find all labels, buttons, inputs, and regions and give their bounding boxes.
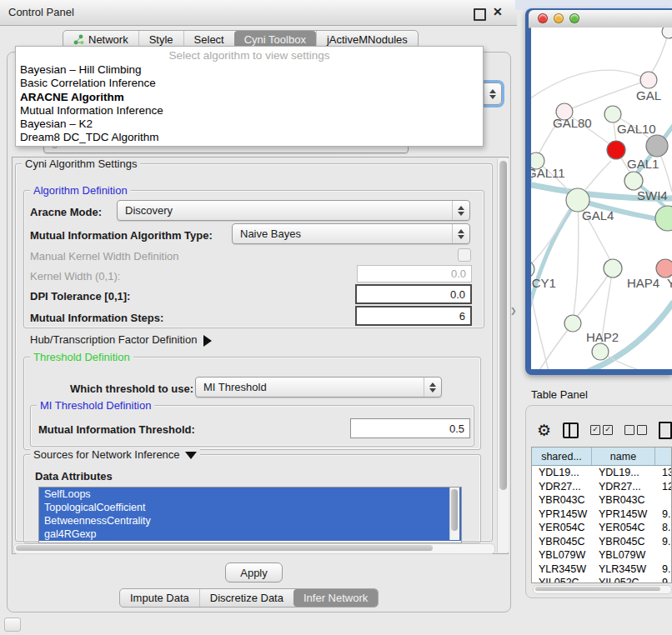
document-icon[interactable] (659, 422, 672, 439)
attribute-item[interactable]: SelfLoops (39, 488, 461, 501)
network-edge[interactable] (531, 200, 578, 332)
float-window-button[interactable] (474, 8, 486, 21)
columns-icon[interactable] (563, 422, 579, 438)
network-node-hap2[interactable] (564, 315, 581, 332)
tab-discretize-data[interactable]: Discretize Data (199, 589, 293, 607)
algorithm-option[interactable]: ARACNE Algorithm (16, 91, 483, 104)
table-cell: YBL079W (532, 548, 592, 562)
table-cell: YDL19... (532, 466, 592, 480)
dock-grid-icon[interactable] (4, 618, 21, 632)
table-cell: 9. (655, 508, 672, 522)
table-cell: YPR145W (592, 508, 655, 522)
node-label: GAL10 (617, 122, 656, 136)
splitpane-handle[interactable]: ❯ (510, 307, 517, 315)
table-row[interactable]: YPR145WYPR145W9. (532, 508, 671, 522)
network-node[interactable] (592, 343, 609, 360)
table-panel-title: Table Panel (531, 388, 588, 401)
dpi-tolerance-field[interactable]: 0.0 (355, 284, 472, 304)
table-row[interactable]: YDR27...YDR27...12 (532, 480, 671, 494)
desktop: { "control_panel": { "title": "Control P… (0, 0, 672, 635)
network-node[interactable] (646, 135, 668, 157)
algorithm-option[interactable]: Basic Correlation Inference (16, 77, 483, 90)
sources-group-title[interactable]: Sources for Network Inference (30, 448, 200, 461)
hub-definition-toggle[interactable]: Hub/Transcription Factor Definition (30, 333, 212, 347)
algorithm-option[interactable]: Dream8 DC_TDC Algorithm (16, 131, 483, 144)
kernel-width-field[interactable]: 0.0 (357, 265, 472, 282)
aracne-mode-combobox[interactable]: Discovery (117, 200, 470, 221)
column-header-2[interactable]: name (592, 448, 655, 465)
data-attributes-list[interactable]: SelfLoopsTopologicalCoefficientBetweenne… (38, 487, 462, 543)
network-edge[interactable] (531, 70, 649, 98)
network-edge[interactable] (574, 200, 579, 315)
algorithm-list: Bayesian – Hill ClimbingBasic Correlatio… (16, 63, 483, 145)
check-all-icon[interactable]: ✓✓ (590, 425, 613, 435)
network-node-swi4[interactable] (624, 172, 643, 190)
table-cell: YLR345W (532, 562, 592, 577)
algorithm-dropdown-popup: Select algorithm to view settings Bayesi… (15, 46, 484, 147)
network-node-gal1[interactable] (607, 141, 625, 159)
tab-label: Select (194, 33, 224, 46)
cyni-algorithm-settings-title: Cyni Algorithm Settings (22, 158, 140, 170)
column-header-3[interactable]: A (655, 448, 672, 465)
algorithm-option[interactable]: Bayesian – Hill Climbing (16, 63, 483, 77)
node-label: HAP4 (627, 276, 659, 290)
table-row[interactable]: YDL19...YDL19...13 (532, 466, 671, 480)
table-row[interactable]: YER054CYER054C8. (532, 521, 671, 535)
kernel-width-value: 0.0 (451, 268, 466, 280)
network-view-canvas[interactable]: GALGAL80GAL10GAL1GAL11SWI4GAL4GCY1HAP4YH… (531, 28, 672, 369)
mac-minimize-button[interactable] (554, 13, 564, 23)
table-cell: YBL079W (592, 548, 655, 562)
table-row[interactable]: YBR045CYBR045C9. (532, 535, 671, 549)
settings-horizontal-scrollbar[interactable] (13, 543, 495, 554)
apply-button[interactable]: Apply (225, 562, 283, 582)
column-header-1[interactable]: shared... (532, 448, 592, 465)
network-node[interactable] (662, 28, 672, 38)
network-node-hap4[interactable] (604, 259, 622, 278)
table-row[interactable]: YBR043CYBR043C (532, 493, 671, 508)
close-panel-button[interactable]: ✕ (493, 5, 503, 18)
which-threshold-combobox[interactable]: MI Threshold (195, 377, 442, 398)
mi-steps-field[interactable]: 6 (355, 306, 472, 326)
network-window-titlebar[interactable] (529, 10, 672, 28)
table-cell: YLR345W (592, 562, 655, 577)
settings-vertical-scrollbar[interactable] (497, 158, 509, 552)
network-graph[interactable]: GALGAL80GAL10GAL1GAL11SWI4GAL4GCY1HAP4YH… (531, 28, 672, 369)
algorithm-option[interactable]: Bayesian – K2 (16, 118, 483, 131)
gear-icon[interactable]: ⚙ (537, 422, 551, 438)
mac-zoom-button[interactable] (569, 13, 579, 23)
manual-kernel-width-checkbox[interactable] (458, 248, 471, 262)
table-body: YDL19...YDL19...13YDR27...YDR27...12YBR0… (532, 466, 671, 583)
tab-impute-data[interactable]: Impute Data (120, 589, 199, 607)
table-row[interactable]: YBL079WYBL079W (532, 548, 671, 562)
table-cell: YER054C (592, 521, 655, 535)
aracne-mode-label: Aracne Mode: (30, 206, 102, 218)
network-edge[interactable] (535, 323, 573, 369)
network-node[interactable] (655, 206, 672, 231)
attribute-item[interactable]: TopologicalCoefficient (39, 501, 461, 514)
mi-threshold-field[interactable]: 0.5 (350, 418, 470, 438)
dpi-tolerance-label: DPI Tolerance [0,1]: (30, 290, 130, 302)
mi-steps-label: Mutual Information Steps: (30, 312, 163, 324)
network-node-gal[interactable] (640, 72, 657, 88)
network-node-gcy1[interactable] (531, 261, 534, 278)
expanded-caret-icon (185, 452, 197, 459)
table-row[interactable]: YIL052CYIL052C9 (532, 576, 671, 583)
table-cell: YBR043C (532, 493, 592, 508)
uncheck-all-icon[interactable] (624, 425, 647, 435)
table-cell: YIL052C (592, 576, 655, 583)
table-row[interactable]: YLR345WYLR345W9. (532, 562, 671, 577)
mi-algorithm-type-combobox[interactable]: Naive Bayes (232, 223, 470, 244)
network-icon (73, 34, 84, 45)
network-node-y[interactable] (656, 259, 672, 278)
tab-infer-network[interactable]: Infer Network (293, 589, 378, 607)
attribute-item[interactable]: BetweennessCentrality (39, 514, 461, 528)
node-label: GAL80 (553, 116, 592, 130)
node-table[interactable]: shared...nameA YDL19...YDL19...13YDR27..… (531, 447, 672, 583)
table-horizontal-scrollbar[interactable] (533, 585, 672, 594)
network-node-gal10[interactable] (604, 106, 621, 122)
attribute-item[interactable]: gal4RGexp (39, 528, 461, 541)
data-attributes-label: Data Attributes (35, 470, 113, 482)
attributes-scrollbar[interactable] (449, 488, 459, 540)
mac-close-button[interactable] (538, 13, 548, 23)
algorithm-option[interactable]: Mutual Information Inference (16, 104, 483, 118)
